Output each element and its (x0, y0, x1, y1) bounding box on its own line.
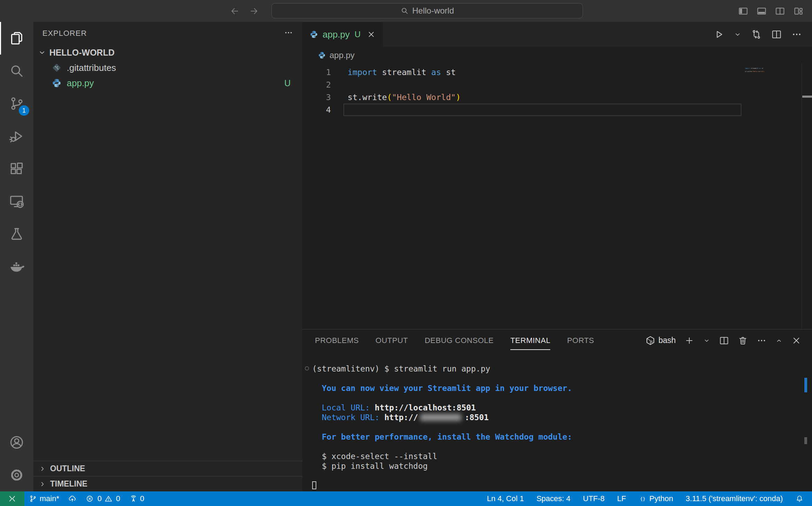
activity-item-explorer[interactable] (0, 22, 33, 55)
braces-icon: {} (639, 495, 647, 503)
panel-header: PROBLEMSOUTPUTDEBUG CONSOLETERMINALPORTS… (302, 329, 812, 351)
activity-item-docker[interactable] (0, 251, 33, 283)
arrow-right-icon[interactable] (249, 6, 259, 16)
command-center-search[interactable]: Hello-world (271, 3, 583, 18)
plus-icon[interactable] (684, 335, 695, 346)
split-editor-icon[interactable] (771, 29, 782, 40)
files-icon (9, 30, 25, 46)
layout-controls (738, 0, 804, 22)
status-publish[interactable] (64, 491, 81, 506)
activity-item-extensions[interactable] (0, 153, 33, 185)
file-item-gitattributes[interactable]: .gitattributes (33, 60, 302, 75)
status-cursor-position[interactable]: Ln 4, Col 1 (487, 491, 524, 506)
status-indentation[interactable]: Spaces: 4 (536, 491, 570, 506)
file-name: .gitattributes (67, 63, 116, 73)
panel-tab-output[interactable]: OUTPUT (375, 331, 408, 350)
debug-icon (9, 128, 25, 144)
status-text: UTF-8 (583, 494, 604, 503)
activity-item-accounts[interactable] (0, 426, 33, 459)
code-text (343, 79, 741, 91)
layout-panel-icon[interactable] (756, 6, 767, 16)
vscode-window: Hello-world 1 EXPLORER HELLO-WORLD .gita… (0, 0, 812, 506)
file-tree: HELLO-WORLD .gitattributesapp.pyU (33, 45, 302, 461)
status-notifications[interactable] (795, 491, 804, 506)
code-line: 2 (302, 79, 812, 91)
close-icon[interactable] (367, 30, 376, 39)
status-remote-indicator[interactable] (0, 491, 24, 506)
tab-app-py[interactable]: app.py U (302, 22, 383, 47)
terminal-line: $ xcode-select --install (312, 451, 812, 461)
sidebar-header: EXPLORER (33, 22, 302, 45)
status-language-mode[interactable]: {}Python (639, 491, 673, 506)
python-icon (51, 78, 62, 88)
terminal-shell-select[interactable]: $bash (645, 335, 676, 346)
code-editor[interactable]: 1import streamlit as st23st.write("Hello… (302, 63, 812, 329)
chevron-down-icon[interactable] (733, 30, 742, 39)
branch-icon (29, 495, 37, 503)
activity-item-testing[interactable] (0, 218, 33, 251)
title-bar: Hello-world (0, 0, 812, 22)
activity-item-run-debug[interactable] (0, 120, 33, 153)
activity-bar: 1 (0, 22, 33, 491)
run-icon[interactable] (713, 29, 724, 40)
tab-label: app.py (323, 29, 350, 40)
extensions-icon (9, 161, 25, 177)
folder-root[interactable]: HELLO-WORLD (33, 45, 302, 60)
breadcrumb[interactable]: app.py (302, 47, 812, 63)
command-center-label: Hello-world (412, 6, 454, 16)
file-item-app-py[interactable]: app.pyU (33, 75, 302, 91)
activity-item-remote-explorer[interactable] (0, 185, 33, 218)
panel-tab-problems[interactable]: PROBLEMS (315, 331, 359, 350)
terminal-line (312, 374, 812, 383)
bottom-panel: PROBLEMSOUTPUTDEBUG CONSOLETERMINALPORTS… (302, 329, 812, 491)
activity-item-source-control[interactable]: 1 (0, 87, 33, 120)
explorer-more-actions[interactable] (284, 28, 293, 39)
panel-tab-debug-console[interactable]: DEBUG CONSOLE (425, 331, 494, 350)
git-status-badge: U (284, 78, 302, 88)
layout-sidebar-right-icon[interactable] (775, 6, 785, 16)
status-forwarded-ports[interactable]: 0 (125, 491, 149, 506)
compare-icon[interactable] (751, 29, 762, 40)
breadcrumb-label: app.py (330, 50, 355, 60)
minimap[interactable]: import streamlit as stst.write("Hello Wo… (741, 66, 802, 329)
terminal-line (312, 393, 812, 403)
status-python-interpreter[interactable]: 3.11.5 ('streamlitenv': conda) (686, 491, 783, 506)
redacted-ip (420, 414, 461, 421)
ellipsis-icon[interactable] (756, 335, 767, 346)
panel-tab-ports[interactable]: PORTS (567, 331, 594, 350)
terminal[interactable]: (streamlitenv) $ streamlit run app.py Yo… (302, 351, 812, 490)
chevron-up-icon[interactable] (775, 337, 783, 344)
section-label: OUTLINE (50, 464, 85, 473)
code-line: 4 (302, 104, 812, 116)
activity-item-settings[interactable] (0, 459, 33, 491)
split-editor-icon[interactable] (719, 335, 729, 346)
warning-icon (104, 495, 113, 503)
status-problems[interactable]: 00 (81, 491, 125, 506)
layout-customize-icon[interactable] (793, 6, 804, 16)
status-encoding[interactable]: UTF-8 (583, 491, 604, 506)
cloud-upload-icon (68, 495, 76, 503)
section-label: TIMELINE (50, 479, 87, 489)
status-eol[interactable]: LF (617, 491, 626, 506)
ellipsis-icon[interactable] (791, 29, 802, 40)
terminal-line: Network URL: http://:8501 (312, 413, 812, 422)
layout-sidebar-left-icon[interactable] (738, 6, 748, 16)
status-branch[interactable]: main* (24, 491, 64, 506)
sidebar-section-outline[interactable]: OUTLINE (33, 461, 302, 476)
command-decoration-icon (305, 366, 309, 370)
activity-item-search[interactable] (0, 55, 33, 87)
arrow-left-icon[interactable] (229, 6, 240, 16)
trash-icon[interactable] (738, 335, 748, 346)
workbench: 1 EXPLORER HELLO-WORLD .gitattributesapp… (0, 22, 812, 491)
overview-ruler (802, 63, 812, 329)
line-number: 2 (302, 79, 343, 91)
chevron-down-icon[interactable] (703, 337, 710, 344)
panel-tab-terminal[interactable]: TERMINAL (510, 331, 550, 350)
overview-ruler-mark (802, 96, 812, 98)
status-text: 3.11.5 ('streamlitenv': conda) (686, 494, 783, 503)
minimap-line: import streamlit as st (745, 67, 802, 70)
sidebar-section-timeline[interactable]: TIMELINE (33, 476, 302, 491)
gear-icon (9, 467, 25, 483)
folder-name: HELLO-WORLD (49, 48, 114, 58)
close-icon[interactable] (791, 335, 802, 346)
